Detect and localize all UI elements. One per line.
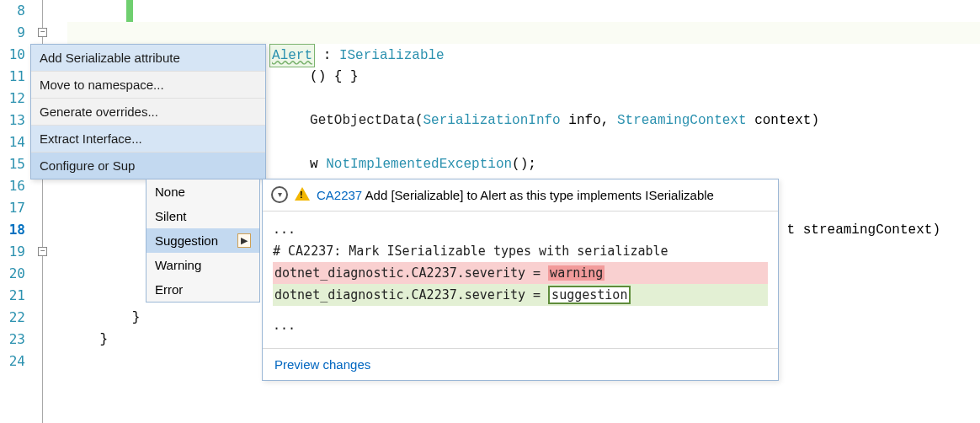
line-number: 16 — [0, 175, 25, 197]
line-number: 21 — [0, 285, 25, 307]
preview-header: ▾ CA2237 Add [Serializable] to Alert as … — [263, 179, 778, 212]
line-number: 12 — [0, 88, 25, 110]
line-number: 17 — [0, 197, 25, 219]
severity-error[interactable]: Error — [146, 277, 259, 302]
class-name-alert[interactable]: Alert — [269, 44, 315, 67]
severity-silent[interactable]: Silent — [146, 204, 259, 228]
ellipsis: ... — [273, 314, 768, 336]
preview-changes-link[interactable]: Preview changes — [274, 357, 370, 372]
diff-comment: # CA2237: Mark ISerializable types with … — [273, 240, 768, 262]
preview-header-text: Add [Serializable] to Alert as this type… — [365, 188, 714, 202]
change-marker — [126, 0, 133, 22]
menu-item-configure-suppress[interactable]: Configure or Sup — [31, 153, 265, 179]
ellipsis: ... — [273, 218, 768, 240]
quick-actions-menu: Add Serializable attribute Move to names… — [30, 44, 266, 179]
menu-item-add-serializable[interactable]: Add Serializable attribute — [31, 45, 265, 72]
line-number: 10 — [0, 44, 25, 66]
line-number: 19 — [0, 241, 25, 263]
preview-body: ... # CA2237: Mark ISerializable types w… — [263, 212, 778, 348]
warning-icon — [295, 187, 310, 201]
line-number: 20 — [0, 263, 25, 285]
rule-link[interactable]: CA2237 — [317, 188, 362, 202]
line-number: 15 — [0, 153, 25, 175]
line-number: 24 — [0, 351, 25, 372]
line-number: 23 — [0, 329, 25, 351]
menu-item-generate-overrides[interactable]: Generate overrides... — [31, 99, 265, 126]
diff-added-line: dotnet_diagnostic.CA2237.severity = sugg… — [273, 284, 768, 306]
menu-item-extract-interface[interactable]: Extract Interface... — [31, 126, 265, 153]
fold-toggle-icon[interactable]: − — [38, 28, 47, 37]
severity-warning[interactable]: Warning — [146, 253, 259, 277]
preview-panel: ▾ CA2237 Add [Serializable] to Alert as … — [262, 179, 779, 381]
diff-removed-line: dotnet_diagnostic.CA2237.severity = warn… — [273, 262, 768, 284]
severity-suggestion[interactable]: Suggestion ▶ — [146, 228, 259, 253]
chevron-right-icon: ▶ — [237, 233, 251, 248]
line-number-gutter: 8 9 10 11 12 13 14 15 16 17 18 19 20 21 … — [0, 0, 30, 423]
line-number: 9 — [0, 22, 25, 44]
fold-toggle-icon[interactable]: − — [38, 247, 47, 256]
menu-item-move-namespace[interactable]: Move to namespace... — [31, 72, 265, 99]
line-number: 22 — [0, 307, 25, 329]
severity-submenu: None Silent Suggestion ▶ Warning Error — [146, 179, 260, 303]
line-number: 11 — [0, 66, 25, 88]
severity-none[interactable]: None — [146, 179, 259, 204]
line-number: 14 — [0, 131, 25, 153]
preview-footer: Preview changes — [263, 348, 778, 380]
line-number: 18 — [0, 219, 25, 241]
line-number: 13 — [0, 110, 25, 131]
line-number: 8 — [0, 0, 25, 22]
chevron-down-circle-icon[interactable]: ▾ — [271, 186, 288, 203]
